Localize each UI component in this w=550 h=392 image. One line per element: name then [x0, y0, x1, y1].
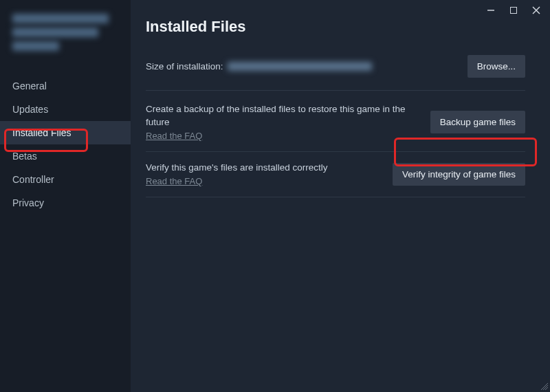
backup-description: Create a backup of the installed files t…: [146, 103, 422, 129]
browse-button[interactable]: Browse...: [468, 55, 525, 78]
minimize-button[interactable]: [484, 4, 498, 17]
sidebar-item-betas[interactable]: Betas: [0, 144, 131, 168]
sidebar-item-controller[interactable]: Controller: [0, 168, 131, 191]
close-button[interactable]: [529, 4, 543, 17]
maximize-icon: [510, 7, 517, 14]
redacted-text: [12, 28, 98, 37]
sidebar-item-privacy[interactable]: Privacy: [0, 191, 131, 215]
sidebar: General Updates Installed Files Betas Co…: [0, 0, 131, 392]
resize-grip[interactable]: [541, 383, 548, 390]
backup-game-files-button[interactable]: Backup game files: [430, 111, 525, 133]
page-title: Installed Files: [146, 18, 525, 36]
section-backup: Create a backup of the installed files t…: [146, 103, 525, 152]
sidebar-item-installed-files[interactable]: Installed Files: [0, 121, 131, 144]
backup-faq-link[interactable]: Read the FAQ: [146, 131, 202, 141]
verify-faq-link[interactable]: Read the FAQ: [146, 176, 202, 186]
maximize-button[interactable]: [507, 4, 520, 17]
redacted-text: [12, 14, 109, 23]
main-panel: Installed Files Size of installation: Br…: [131, 0, 550, 392]
sidebar-item-general[interactable]: General: [0, 74, 131, 98]
game-title-block: [0, 14, 131, 74]
section-verify: Verify this game's files are installed c…: [146, 162, 525, 197]
redacted-path: [228, 62, 372, 71]
sidebar-item-updates[interactable]: Updates: [0, 98, 131, 121]
redacted-text: [12, 41, 59, 51]
verify-description: Verify this game's files are installed c…: [146, 162, 384, 175]
section-installation-size: Size of installation: Browse...: [146, 55, 525, 91]
size-label: Size of installation:: [146, 61, 223, 72]
window-controls: [484, 4, 543, 17]
verify-integrity-button[interactable]: Verify integrity of game files: [393, 163, 525, 186]
